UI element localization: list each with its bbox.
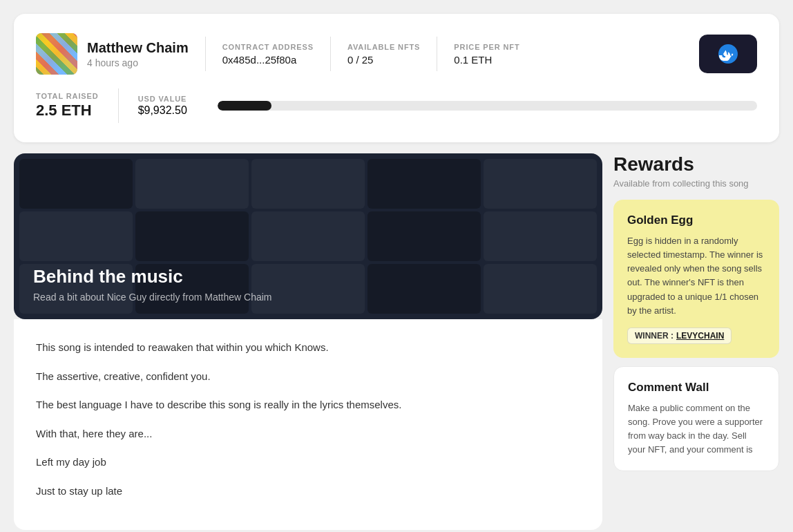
song-line-5: Left my day job xyxy=(36,453,580,471)
artist-avatar-image xyxy=(36,33,77,75)
nft-section: AVAILABLE NFTS 0 / 25 xyxy=(347,43,420,66)
progress-bar-fill xyxy=(218,101,271,111)
grid-cell-2 xyxy=(135,159,249,209)
opensea-icon xyxy=(718,44,738,64)
divider-3 xyxy=(437,37,437,71)
raised-section: TOTAL RAISED 2.5 ETH xyxy=(36,92,118,120)
nft-label: AVAILABLE NFTS xyxy=(347,43,420,51)
rewards-subtitle: Available from collecting this song xyxy=(613,178,779,189)
hero-subtitle: Read a bit about Nice Guy directly from … xyxy=(33,292,583,303)
total-raised-label: TOTAL RAISED xyxy=(36,92,99,100)
contract-section: CONTRACT ADDRESS 0x485d...25f80a xyxy=(222,43,314,66)
artist-section: Matthew Chaim 4 hours ago xyxy=(36,33,189,75)
usd-label: USD VALUE xyxy=(138,95,187,103)
song-line-3: The best language I have to describe thi… xyxy=(36,396,580,414)
price-section: PRICE PER NFT 0.1 ETH xyxy=(454,43,519,66)
winner-name[interactable]: LEVYCHAIN xyxy=(676,331,724,341)
divider-4 xyxy=(118,88,119,123)
top-card: Matthew Chaim 4 hours ago CONTRACT ADDRE… xyxy=(14,14,779,142)
main-content: Behind the music Read a bit about Nice G… xyxy=(14,153,779,530)
top-card-header: Matthew Chaim 4 hours ago CONTRACT ADDRE… xyxy=(36,33,757,75)
contract-label: CONTRACT ADDRESS xyxy=(222,43,314,51)
divider-2 xyxy=(330,37,331,71)
right-panel: Rewards Available from collecting this s… xyxy=(613,153,779,530)
song-line-2: The assertive, creative, confident you. xyxy=(36,368,580,386)
artist-name: Matthew Chaim xyxy=(87,40,189,56)
grid-cell-3 xyxy=(251,159,365,209)
grid-cell-4 xyxy=(367,159,481,209)
song-line-6: Just to stay up late xyxy=(36,482,580,500)
hero-title: Behind the music xyxy=(33,266,583,287)
usd-value: $9,932.50 xyxy=(138,104,187,117)
time-ago: 4 hours ago xyxy=(87,57,189,68)
text-content: This song is intended to reawaken that w… xyxy=(14,319,602,530)
golden-egg-title: Golden Egg xyxy=(627,213,765,227)
left-panel: Behind the music Read a bit about Nice G… xyxy=(14,153,602,530)
song-line-1: This song is intended to reawaken that w… xyxy=(36,339,580,357)
progress-bar-container xyxy=(218,101,757,111)
golden-egg-card: Golden Egg Egg is hidden in a randomly s… xyxy=(613,200,779,358)
winner-badge: WINNER : LEVYCHAIN xyxy=(627,327,732,344)
nft-value: 0 / 25 xyxy=(347,54,420,66)
opensea-button[interactable] xyxy=(699,35,757,73)
comment-wall-description: Make a public comment on the song. Prove… xyxy=(628,401,765,457)
contract-value: 0x485d...25f80a xyxy=(222,54,314,66)
rewards-title: Rewards xyxy=(613,153,779,175)
total-raised-value: 2.5 ETH xyxy=(36,102,99,120)
comment-wall-title: Comment Wall xyxy=(628,381,765,395)
comment-wall-card: Comment Wall Make a public comment on th… xyxy=(613,366,779,472)
divider-1 xyxy=(205,37,206,71)
grid-cell-1 xyxy=(19,159,133,209)
artist-info: Matthew Chaim 4 hours ago xyxy=(87,40,189,68)
winner-label: WINNER : xyxy=(635,331,673,341)
top-card-footer: TOTAL RAISED 2.5 ETH USD VALUE $9,932.50 xyxy=(36,88,757,123)
usd-section: USD VALUE $9,932.50 xyxy=(138,95,207,117)
price-value: 0.1 ETH xyxy=(454,54,519,66)
price-label: PRICE PER NFT xyxy=(454,43,519,51)
grid-cell-5 xyxy=(484,159,597,209)
behind-music-hero: Behind the music Read a bit about Nice G… xyxy=(14,153,602,319)
song-line-4: With that, here they are... xyxy=(36,425,580,443)
golden-egg-description: Egg is hidden in a randomly selected tim… xyxy=(627,234,765,318)
hero-text-overlay: Behind the music Read a bit about Nice G… xyxy=(14,249,602,319)
artist-avatar xyxy=(36,33,77,75)
